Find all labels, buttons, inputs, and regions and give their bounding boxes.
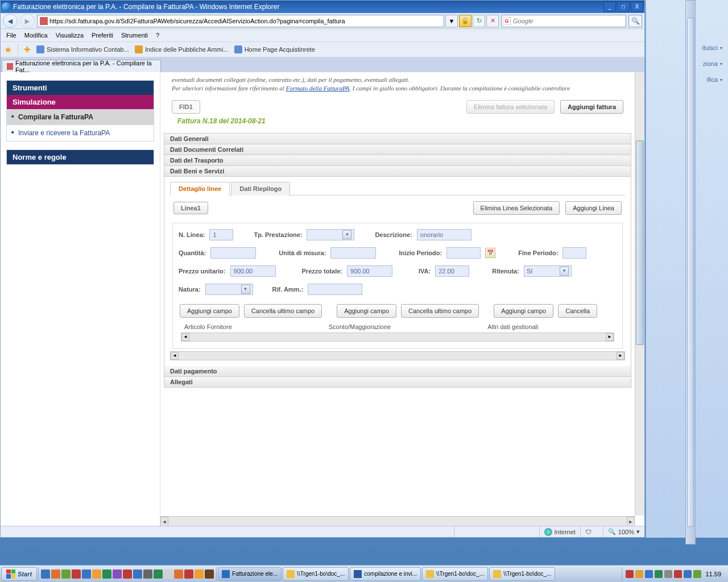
ql-icon[interactable] [154, 569, 163, 579]
section-trasporto[interactable]: Dati del Trasporto [164, 155, 631, 166]
menu-help[interactable]: ? [156, 32, 159, 39]
input-prezzo-totale[interactable] [347, 265, 392, 277]
taskbar-item-ie[interactable]: Fatturazione ele... [218, 567, 282, 581]
inner-horizontal-scrollbar[interactable]: ◄ ► [181, 332, 614, 342]
input-fine-periodo[interactable] [562, 247, 586, 259]
taskbar-item-folder[interactable]: \\Trgen1-bo\doc_... [283, 567, 349, 581]
ql-icon[interactable] [184, 569, 193, 579]
section-dati-generali[interactable]: Dati Generali [164, 134, 631, 144]
tab-dati-riepilogo[interactable]: Dati Riepilogo [231, 182, 290, 196]
main-horizontal-scrollbar[interactable]: ◄ ► [160, 516, 635, 526]
add-invoice-button[interactable]: Aggiungi fattura [560, 100, 623, 114]
add-field-button-3[interactable]: Aggiungi campo [494, 304, 553, 318]
back-button[interactable]: ◄ [3, 14, 18, 28]
select-tp-prestazione[interactable]: ▼ [307, 229, 354, 240]
formato-link[interactable]: Formato della FatturaPA [286, 85, 350, 92]
taskbar-item-word[interactable]: compilazione e invi... [350, 567, 421, 581]
delete-field-button-2[interactable]: Cancella ultimo campo [401, 304, 479, 318]
ql-icon[interactable] [82, 569, 91, 579]
delete-line-button[interactable]: Elimina Linea Selezionata [473, 201, 560, 215]
select-ritenuta[interactable]: SI▼ [524, 265, 572, 277]
search-box[interactable]: G Google [501, 15, 626, 27]
input-quantita[interactable] [210, 247, 256, 259]
ql-icon[interactable] [102, 569, 111, 579]
favorite-link-2[interactable]: Indice delle Pubbliche Ammi... [135, 45, 229, 53]
tray-icon[interactable] [645, 570, 653, 578]
input-descrizione[interactable] [417, 229, 471, 240]
calendar-icon[interactable]: 📅 [485, 248, 495, 258]
ql-icon[interactable] [205, 569, 214, 579]
tray-icon[interactable] [655, 570, 663, 578]
menu-strumenti[interactable]: Strumenti [121, 32, 148, 39]
label-fine-periodo: Fine Periodo: [518, 250, 558, 256]
tray-icon[interactable] [684, 570, 692, 578]
taskbar-item-folder[interactable]: \\Trgen1-bo\doc_... [489, 567, 555, 581]
sidebar-item-compilare[interactable]: Compilare la FatturaPA [7, 109, 154, 125]
address-bar[interactable]: https://sdi.fatturapa.gov.it/SdI2Fattura… [37, 15, 444, 27]
add-line-button[interactable]: Aggiungi Linea [565, 201, 622, 215]
add-field-button-2[interactable]: Aggiungi campo [337, 304, 396, 318]
label-prezzo-unitario: Prezzo unitario: [179, 268, 226, 275]
section-pagamento[interactable]: Dati pagamento [164, 366, 631, 377]
input-prezzo-unitario[interactable] [230, 265, 276, 277]
ql-ie-icon[interactable] [41, 569, 50, 579]
input-udm[interactable] [330, 247, 376, 259]
ql-icon[interactable] [133, 569, 142, 579]
add-field-button-1[interactable]: Aggiungi campo [180, 304, 239, 318]
window-maximize-button[interactable]: □ [617, 2, 630, 12]
ql-icon[interactable] [143, 569, 152, 579]
ql-icon[interactable] [174, 569, 183, 579]
tray-icon[interactable] [693, 570, 701, 578]
ql-icon[interactable] [51, 569, 60, 579]
menu-modifica[interactable]: Modifica [24, 32, 48, 39]
forward-button[interactable]: ► [20, 14, 35, 28]
ql-icon[interactable] [61, 569, 71, 579]
window-minimize-button[interactable]: _ [603, 2, 616, 12]
menu-file[interactable]: File [6, 32, 16, 39]
delete-invoice-button[interactable]: Elimina fattura selezionata [466, 100, 555, 114]
select-natura[interactable]: ▼ [205, 284, 253, 295]
ql-icon[interactable] [113, 569, 122, 579]
taskbar-clock[interactable]: 11.59 [703, 571, 723, 577]
sidebar-head-norme[interactable]: Norme e regole [7, 150, 154, 164]
input-n-linea[interactable] [209, 229, 233, 240]
input-inizio-periodo[interactable] [446, 247, 481, 259]
favorite-link-3[interactable]: Home Page Acquistinrete [234, 45, 315, 53]
ql-icon[interactable] [72, 569, 81, 579]
favorite-link-1[interactable]: Sistema Informativo Contab... [36, 45, 129, 53]
window-close-button[interactable]: X [631, 2, 643, 12]
tray-icon[interactable] [626, 570, 634, 578]
tray-icon[interactable] [635, 570, 643, 578]
input-rif-amm[interactable] [308, 284, 362, 295]
refresh-button[interactable]: ↻ [473, 15, 485, 27]
url-dropdown-button[interactable]: ▼ [445, 15, 458, 27]
menu-visualizza[interactable]: Visualizza [56, 32, 84, 39]
start-button[interactable]: Start [1, 567, 37, 581]
add-favorite-icon[interactable]: ✚ [24, 45, 31, 54]
sidebar-item-inviare[interactable]: Inviare e ricevere la FatturaPA [7, 125, 154, 141]
search-button[interactable]: 🔍 [628, 15, 642, 27]
section-allegati[interactable]: Allegati [164, 377, 631, 387]
ql-icon[interactable] [164, 569, 173, 579]
menu-preferiti[interactable]: Preferiti [92, 32, 113, 39]
main-vertical-scrollbar[interactable] [635, 72, 644, 516]
ql-icon[interactable] [92, 569, 101, 579]
section-horizontal-scrollbar[interactable]: ◄ ► [170, 351, 625, 360]
tray-icon[interactable] [674, 570, 682, 578]
delete-field-button-3[interactable]: Cancella [558, 304, 597, 318]
ql-icon[interactable] [123, 569, 132, 579]
zoom-indicator[interactable]: 🔍 100% ▾ [603, 526, 644, 537]
input-iva[interactable] [435, 265, 469, 277]
favorites-star-icon[interactable]: ★ [4, 44, 12, 55]
tab-dettaglio-linee[interactable]: Dettaglio linee [170, 182, 230, 196]
tray-icon[interactable] [664, 570, 672, 578]
section-documenti-correlati[interactable]: Dati Documenti Correlati [164, 144, 631, 155]
section-beni-servizi[interactable]: Dati Beni e Servizi [164, 166, 631, 177]
fid-tab[interactable]: FID1 [172, 100, 200, 114]
stop-button[interactable]: ✕ [486, 15, 499, 27]
browser-tab[interactable]: Fatturazione elettronica per la P.A. - C… [2, 60, 161, 72]
delete-field-button-1[interactable]: Cancella ultimo campo [244, 304, 322, 318]
linea-tab[interactable]: Linea1 [173, 202, 208, 214]
taskbar-item-folder[interactable]: \\Trgen1-bo\doc_... [422, 567, 488, 581]
ql-icon[interactable] [195, 569, 204, 579]
